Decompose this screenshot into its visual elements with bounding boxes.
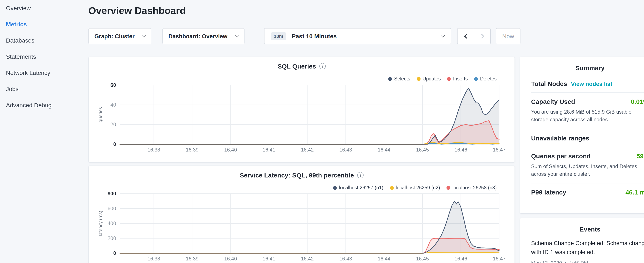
sidebar-item-databases[interactable]: Databases (0, 32, 85, 49)
svg-text:16:47: 16:47 (493, 147, 506, 153)
legend-item: Updates (416, 76, 441, 81)
event-item[interactable]: Schema Change Completed: Schema change w… (531, 239, 644, 263)
svg-text:16:41: 16:41 (262, 147, 275, 153)
svg-text:16:40: 16:40 (224, 147, 237, 153)
svg-text:16:43: 16:43 (339, 256, 352, 261)
graph-scope-label: Graph: Cluster (94, 33, 134, 39)
page-title: Overview Dashboard (88, 5, 186, 17)
service-latency-chart[interactable]: 020040060080016:3816:3916:4016:4116:4216… (98, 189, 506, 263)
summary-panel: Summary Total NodesView nodes list 3 Cap… (520, 57, 644, 214)
legend-dot-icon (474, 77, 478, 81)
svg-text:16:46: 16:46 (454, 147, 467, 153)
sidebar-item-network-latency[interactable]: Network Latency (0, 65, 85, 81)
info-icon[interactable]: i (357, 172, 364, 178)
time-window-next-button[interactable] (474, 28, 491, 44)
sidebar-item-advanced-debug[interactable]: Advanced Debug (0, 97, 85, 113)
events-title: Events (520, 218, 644, 233)
summary-stat-total-nodes: Total NodesView nodes list 3 (531, 75, 644, 92)
legend-dot-icon (447, 77, 451, 81)
svg-text:800: 800 (108, 191, 116, 196)
svg-text:16:38: 16:38 (147, 256, 160, 261)
legend-item: Selects (388, 76, 410, 81)
stat-label: Total NodesView nodes list (531, 80, 612, 87)
sql-queries-chart[interactable]: 020406016:3816:3916:4016:4116:4216:4316:… (98, 81, 506, 157)
time-window-label: Past 10 Minutes (292, 33, 442, 40)
stat-description: You are using 28.6 MiB of 515.9 GiB usab… (531, 108, 644, 124)
graph-scope-dropdown[interactable]: Graph: Cluster (88, 28, 152, 44)
summary-stat-queries-per-second: Queries per second 59.7 Sum of Selects, … (531, 147, 644, 183)
svg-text:16:45: 16:45 (416, 147, 429, 153)
legend-dot-icon (416, 77, 420, 81)
legend-label: Inserts (453, 76, 468, 81)
chevron-down-icon (142, 33, 146, 38)
summary-stat-capacity-used: Capacity Used 0.01% You are using 28.6 M… (531, 92, 644, 129)
dashboard-dropdown[interactable]: Dashboard: Overview (162, 28, 244, 44)
svg-text:40: 40 (110, 102, 116, 108)
summary-stats: Total NodesView nodes list 3 Capacity Us… (531, 75, 644, 201)
svg-text:16:38: 16:38 (147, 147, 160, 153)
svg-text:16:44: 16:44 (378, 256, 390, 261)
sidebar-item-jobs[interactable]: Jobs (0, 81, 85, 97)
dashboard-controls: Graph: Cluster Dashboard: Overview 10m P… (88, 28, 644, 44)
chart-title-text: Service Latency: SQL, 99th percentile (240, 171, 354, 179)
stat-label: P99 latency (531, 188, 566, 196)
stat-label: Unavailable ranges (531, 134, 589, 141)
sidebar-item-statements[interactable]: Statements (0, 49, 85, 65)
legend-dot-icon (388, 77, 392, 81)
stat-value: 0.01% (631, 98, 644, 105)
sidebar-item-overview[interactable]: Overview (0, 0, 85, 16)
svg-text:16:43: 16:43 (339, 147, 352, 153)
svg-text:60: 60 (110, 82, 116, 88)
app-window: Overview Metrics Databases Statements Ne… (0, 0, 644, 263)
time-window-pager (457, 28, 491, 44)
dashboard-label: Dashboard: Overview (168, 33, 228, 39)
legend-dot-icon (390, 186, 394, 190)
stat-label: Capacity Used (531, 98, 575, 105)
event-text: Schema Change Completed: Schema change w… (531, 239, 644, 257)
chevron-left-icon (464, 34, 469, 39)
chart-title-text: SQL Queries (278, 63, 316, 70)
svg-text:400: 400 (108, 220, 116, 226)
svg-text:latency (ms): latency (ms) (98, 211, 103, 236)
svg-text:16:40: 16:40 (224, 256, 237, 261)
view-nodes-list-link[interactable]: View nodes list (571, 81, 612, 87)
legend-label: Updates (422, 76, 441, 81)
service-latency-card: Service Latency: SQL, 99th percentile i … (88, 166, 515, 263)
legend-dot-icon (333, 186, 337, 190)
time-window-badge: 10m (271, 32, 286, 40)
svg-text:16:45: 16:45 (416, 256, 429, 261)
summary-stat-p99-latency: P99 latency 46.1 ms (531, 183, 644, 201)
svg-text:600: 600 (108, 205, 116, 211)
legend-dot-icon (446, 186, 450, 190)
svg-text:200: 200 (108, 235, 116, 241)
svg-text:16:41: 16:41 (262, 256, 275, 261)
legend-label: Deletes (480, 76, 497, 81)
sidebar: Overview Metrics Databases Statements Ne… (0, 0, 85, 263)
summary-title: Summary (520, 57, 644, 72)
sidebar-item-metrics[interactable]: Metrics (0, 16, 85, 32)
svg-text:16:39: 16:39 (186, 256, 198, 261)
time-window-dropdown[interactable]: 10m Past 10 Minutes (264, 28, 451, 44)
summary-stat-unavailable-ranges: Unavailable ranges 0 (531, 129, 644, 147)
stat-label-text: Total Nodes (531, 80, 567, 87)
legend-label: Selects (394, 76, 410, 81)
chevron-down-icon (441, 33, 445, 38)
svg-text:0: 0 (113, 250, 116, 256)
svg-text:16:42: 16:42 (301, 256, 314, 261)
chevron-down-icon (235, 33, 239, 38)
now-button[interactable]: Now (496, 28, 520, 44)
legend-item: Deletes (474, 76, 497, 81)
stat-label: Queries per second (531, 152, 591, 159)
svg-text:queries: queries (98, 107, 103, 122)
svg-text:16:42: 16:42 (301, 147, 314, 153)
chart-legend: SelectsUpdatesInsertsDeletes (388, 76, 497, 81)
time-window-prev-button[interactable] (457, 28, 474, 44)
stat-value: 59.7 (636, 152, 644, 159)
events-panel: Events Schema Change Completed: Schema c… (520, 218, 644, 263)
svg-text:16:39: 16:39 (186, 147, 198, 153)
svg-text:20: 20 (110, 122, 116, 127)
svg-text:0: 0 (113, 141, 116, 147)
info-icon[interactable]: i (320, 63, 326, 69)
stat-description: Sum of Selects, Updates, Inserts, and De… (531, 162, 644, 178)
svg-text:16:46: 16:46 (454, 256, 467, 261)
